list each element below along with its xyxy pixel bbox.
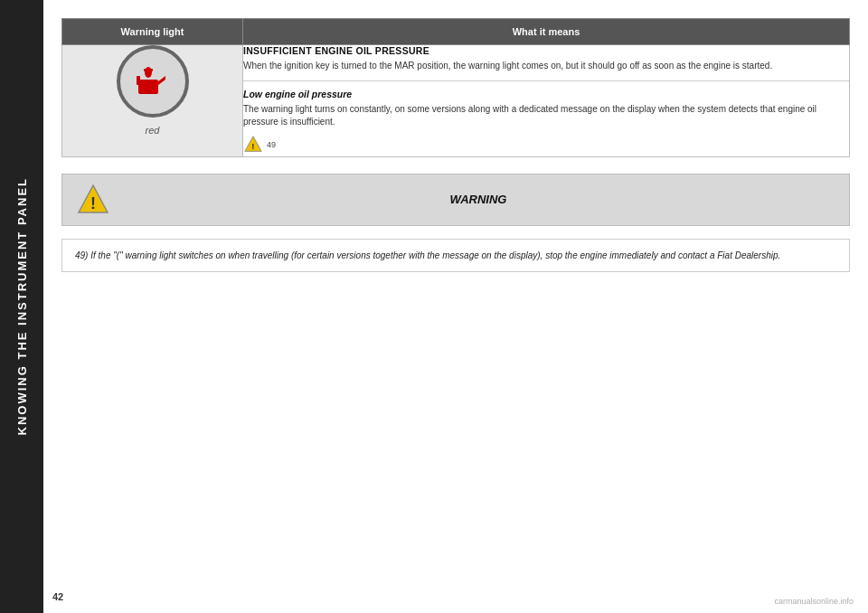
- info-table: Warning light What it means: [61, 18, 850, 157]
- icon-cell: red: [62, 45, 243, 157]
- svg-text:!: !: [251, 140, 254, 150]
- sidebar-label: KNOWING THE INSTRUMENT PANEL: [15, 177, 29, 435]
- triangle-icon-inline: !: [243, 135, 263, 155]
- oil-icon-wrapper: red: [62, 45, 242, 136]
- warning-box: ! WARNING: [61, 174, 850, 226]
- svg-marker-1: [158, 76, 165, 85]
- svg-rect-2: [137, 76, 140, 85]
- section-divider: [243, 80, 849, 81]
- warning-triangle-icon: !: [77, 184, 109, 216]
- warning-label: WARNING: [122, 193, 835, 206]
- svg-rect-0: [138, 80, 158, 94]
- col2-header: What it means: [243, 19, 850, 45]
- warning-note-text: 49) If the "(" warning light switches on…: [75, 250, 780, 260]
- watermark: carmanualsonline.info: [774, 597, 854, 606]
- svg-text:!: !: [90, 194, 96, 212]
- section1-title: INSUFFICIENT ENGINE OIL PRESSURE: [243, 45, 849, 56]
- oil-can-icon: [131, 60, 175, 103]
- svg-point-3: [145, 67, 152, 78]
- icon-label: red: [146, 125, 160, 136]
- oil-icon-circle: [117, 45, 189, 118]
- section1-body: When the ignition key is turned to the M…: [243, 60, 849, 73]
- warning-inline: ! 49: [243, 135, 276, 155]
- section2-body: The warning light turns on constantly, o…: [243, 103, 849, 129]
- svg-rect-4: [144, 69, 153, 71]
- col1-header: Warning light: [62, 19, 243, 45]
- footnote-text: 49: [267, 140, 276, 149]
- text-cell: INSUFFICIENT ENGINE OIL PRESSURE When th…: [243, 45, 850, 157]
- warning-note-prefix: 49): [75, 250, 88, 260]
- section2: Low engine oil pressure The warning ligh…: [243, 89, 849, 156]
- warning-note-body: If the "(" warning light switches on whe…: [90, 250, 780, 260]
- main-content: Warning light What it means: [43, 0, 868, 613]
- section1: INSUFFICIENT ENGINE OIL PRESSURE When th…: [243, 45, 849, 73]
- page-number: 42: [52, 591, 63, 602]
- warning-note-box: 49) If the "(" warning light switches on…: [61, 239, 850, 272]
- section2-title: Low engine oil pressure: [243, 89, 849, 99]
- sidebar: KNOWING THE INSTRUMENT PANEL: [0, 0, 43, 613]
